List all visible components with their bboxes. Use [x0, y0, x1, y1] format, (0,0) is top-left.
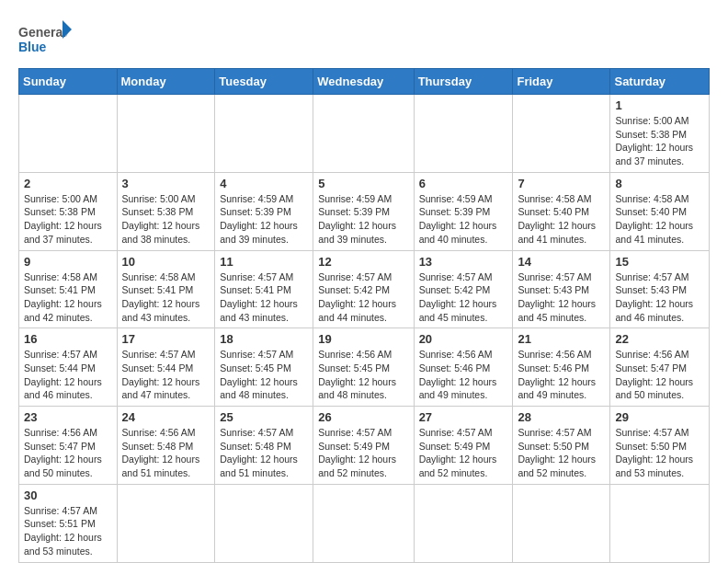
calendar-cell	[117, 484, 215, 562]
day-info: Sunrise: 4:57 AM Sunset: 5:43 PM Dayligh…	[518, 270, 605, 325]
page-header: General Blue	[18, 18, 710, 59]
calendar-cell: 16Sunrise: 4:57 AM Sunset: 5:44 PM Dayli…	[19, 328, 118, 407]
day-info: Sunrise: 4:58 AM Sunset: 5:40 PM Dayligh…	[615, 192, 704, 247]
day-number: 25	[220, 410, 308, 424]
day-info: Sunrise: 4:56 AM Sunset: 5:47 PM Dayligh…	[615, 348, 704, 402]
day-info: Sunrise: 4:57 AM Sunset: 5:50 PM Dayligh…	[518, 426, 605, 480]
day-info: Sunrise: 4:57 AM Sunset: 5:48 PM Dayligh…	[220, 426, 308, 480]
calendar-cell: 17Sunrise: 4:57 AM Sunset: 5:44 PM Dayli…	[117, 328, 215, 407]
week-row-5: 30Sunrise: 4:57 AM Sunset: 5:51 PM Dayli…	[19, 484, 710, 562]
day-number: 18	[220, 332, 308, 346]
calendar-cell: 7Sunrise: 4:58 AM Sunset: 5:40 PM Daylig…	[513, 172, 610, 250]
day-number: 19	[318, 332, 408, 346]
day-info: Sunrise: 4:57 AM Sunset: 5:44 PM Dayligh…	[24, 348, 112, 402]
calendar-cell	[610, 484, 710, 562]
day-number: 4	[220, 177, 308, 190]
day-info: Sunrise: 4:59 AM Sunset: 5:39 PM Dayligh…	[220, 192, 308, 247]
day-number: 30	[24, 488, 112, 502]
day-number: 22	[615, 332, 704, 346]
weekday-header-tuesday: Tuesday	[215, 69, 313, 95]
calendar-cell	[117, 95, 215, 173]
day-info: Sunrise: 5:00 AM Sunset: 5:38 PM Dayligh…	[24, 192, 112, 247]
day-number: 26	[318, 410, 408, 424]
day-info: Sunrise: 4:56 AM Sunset: 5:46 PM Dayligh…	[419, 348, 508, 402]
day-number: 1	[615, 98, 704, 112]
day-info: Sunrise: 4:57 AM Sunset: 5:51 PM Dayligh…	[24, 504, 112, 558]
day-info: Sunrise: 4:58 AM Sunset: 5:41 PM Dayligh…	[24, 270, 112, 325]
weekday-header-friday: Friday	[513, 69, 610, 95]
calendar-cell: 10Sunrise: 4:58 AM Sunset: 5:41 PM Dayli…	[117, 250, 215, 328]
day-info: Sunrise: 4:58 AM Sunset: 5:40 PM Dayligh…	[518, 192, 605, 247]
calendar-cell: 9Sunrise: 4:58 AM Sunset: 5:41 PM Daylig…	[19, 250, 118, 328]
calendar-cell: 22Sunrise: 4:56 AM Sunset: 5:47 PM Dayli…	[610, 328, 710, 407]
day-info: Sunrise: 4:57 AM Sunset: 5:49 PM Dayligh…	[419, 426, 508, 480]
calendar-cell	[414, 95, 513, 173]
calendar-cell: 23Sunrise: 4:56 AM Sunset: 5:47 PM Dayli…	[19, 407, 118, 485]
week-row-1: 2Sunrise: 5:00 AM Sunset: 5:38 PM Daylig…	[19, 172, 710, 250]
day-number: 17	[122, 332, 210, 346]
day-number: 21	[518, 332, 605, 346]
day-info: Sunrise: 4:56 AM Sunset: 5:46 PM Dayligh…	[518, 348, 605, 402]
weekday-header-monday: Monday	[117, 69, 215, 95]
day-info: Sunrise: 4:57 AM Sunset: 5:45 PM Dayligh…	[220, 348, 308, 402]
calendar-cell: 21Sunrise: 4:56 AM Sunset: 5:46 PM Dayli…	[513, 328, 610, 407]
day-number: 7	[518, 177, 605, 190]
calendar-cell: 5Sunrise: 4:59 AM Sunset: 5:39 PM Daylig…	[313, 172, 414, 250]
calendar-cell: 26Sunrise: 4:57 AM Sunset: 5:49 PM Dayli…	[313, 407, 414, 485]
day-info: Sunrise: 4:57 AM Sunset: 5:42 PM Dayligh…	[318, 270, 408, 325]
day-info: Sunrise: 4:57 AM Sunset: 5:44 PM Dayligh…	[122, 348, 210, 402]
day-info: Sunrise: 4:59 AM Sunset: 5:39 PM Dayligh…	[419, 192, 508, 247]
calendar-cell: 24Sunrise: 4:56 AM Sunset: 5:48 PM Dayli…	[117, 407, 215, 485]
day-number: 23	[24, 410, 112, 424]
calendar-cell: 29Sunrise: 4:57 AM Sunset: 5:50 PM Dayli…	[610, 407, 710, 485]
calendar-cell	[215, 95, 313, 173]
day-info: Sunrise: 4:58 AM Sunset: 5:41 PM Dayligh…	[122, 270, 210, 325]
day-info: Sunrise: 4:56 AM Sunset: 5:48 PM Dayligh…	[122, 426, 210, 480]
logo: General Blue	[18, 18, 74, 59]
calendar-cell	[313, 484, 414, 562]
day-info: Sunrise: 4:57 AM Sunset: 5:49 PM Dayligh…	[318, 426, 408, 480]
weekday-header-row: SundayMondayTuesdayWednesdayThursdayFrid…	[19, 69, 710, 95]
day-info: Sunrise: 4:57 AM Sunset: 5:43 PM Dayligh…	[615, 270, 704, 325]
calendar-cell: 28Sunrise: 4:57 AM Sunset: 5:50 PM Dayli…	[513, 407, 610, 485]
calendar-cell	[19, 95, 118, 173]
calendar-cell: 25Sunrise: 4:57 AM Sunset: 5:48 PM Dayli…	[215, 407, 313, 485]
calendar-cell: 12Sunrise: 4:57 AM Sunset: 5:42 PM Dayli…	[313, 250, 414, 328]
day-info: Sunrise: 4:57 AM Sunset: 5:50 PM Dayligh…	[615, 426, 704, 480]
calendar-cell: 3Sunrise: 5:00 AM Sunset: 5:38 PM Daylig…	[117, 172, 215, 250]
day-number: 27	[419, 410, 508, 424]
calendar-cell: 6Sunrise: 4:59 AM Sunset: 5:39 PM Daylig…	[414, 172, 513, 250]
logo-svg: General Blue	[18, 18, 74, 59]
calendar-table: SundayMondayTuesdayWednesdayThursdayFrid…	[18, 68, 710, 563]
svg-text:General: General	[18, 25, 66, 40]
day-number: 12	[318, 255, 408, 269]
week-row-3: 16Sunrise: 4:57 AM Sunset: 5:44 PM Dayli…	[19, 328, 710, 407]
day-number: 9	[24, 255, 112, 269]
calendar-cell: 4Sunrise: 4:59 AM Sunset: 5:39 PM Daylig…	[215, 172, 313, 250]
day-number: 15	[615, 255, 704, 269]
day-number: 5	[318, 177, 408, 190]
day-number: 14	[518, 255, 605, 269]
week-row-0: 1Sunrise: 5:00 AM Sunset: 5:38 PM Daylig…	[19, 95, 710, 173]
day-info: Sunrise: 4:56 AM Sunset: 5:47 PM Dayligh…	[24, 426, 112, 480]
weekday-header-wednesday: Wednesday	[313, 69, 414, 95]
calendar-cell: 20Sunrise: 4:56 AM Sunset: 5:46 PM Dayli…	[414, 328, 513, 407]
day-number: 6	[419, 177, 508, 190]
calendar-cell	[513, 484, 610, 562]
calendar-cell: 19Sunrise: 4:56 AM Sunset: 5:45 PM Dayli…	[313, 328, 414, 407]
day-number: 24	[122, 410, 210, 424]
day-number: 28	[518, 410, 605, 424]
day-number: 13	[419, 255, 508, 269]
calendar-cell: 18Sunrise: 4:57 AM Sunset: 5:45 PM Dayli…	[215, 328, 313, 407]
week-row-2: 9Sunrise: 4:58 AM Sunset: 5:41 PM Daylig…	[19, 250, 710, 328]
day-number: 3	[122, 177, 210, 190]
day-number: 8	[615, 177, 704, 190]
calendar-cell	[414, 484, 513, 562]
calendar-cell: 14Sunrise: 4:57 AM Sunset: 5:43 PM Dayli…	[513, 250, 610, 328]
day-number: 2	[24, 177, 112, 190]
calendar-cell: 1Sunrise: 5:00 AM Sunset: 5:38 PM Daylig…	[610, 95, 710, 173]
calendar-cell: 13Sunrise: 4:57 AM Sunset: 5:42 PM Dayli…	[414, 250, 513, 328]
svg-text:Blue: Blue	[18, 40, 47, 54]
day-info: Sunrise: 4:56 AM Sunset: 5:45 PM Dayligh…	[318, 348, 408, 402]
calendar-cell	[215, 484, 313, 562]
